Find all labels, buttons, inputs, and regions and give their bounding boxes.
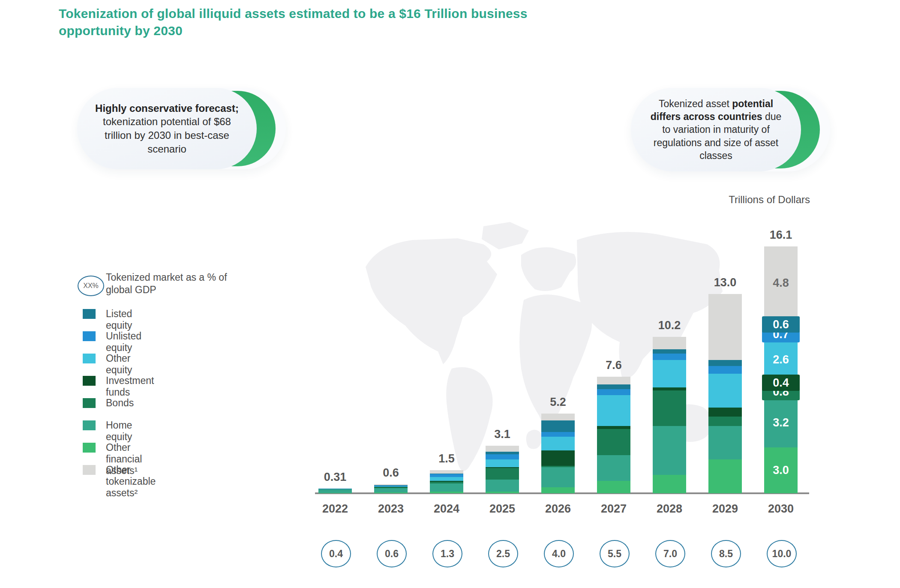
bar-segment-other-financial-assets	[430, 492, 463, 493]
x-axis-year-label: 2025	[472, 502, 532, 516]
legend-swatch-icon	[83, 465, 96, 475]
bar-segment-home-equity	[318, 490, 352, 493]
bar-segment-home-equity	[541, 467, 575, 487]
bar-segment-unlisted-equity	[653, 354, 686, 360]
callout-left-bold: Highly conservative forecast;	[95, 102, 239, 114]
bar-segment-other-equity	[430, 477, 463, 481]
bar-segment-other-equity	[597, 395, 630, 426]
bar-segment-other-tokenizable-assets	[708, 294, 742, 360]
bar-segment-listed-equity	[541, 420, 575, 432]
legend-swatch-icon	[83, 309, 96, 319]
stacked-bar-2027	[597, 377, 630, 493]
gdp-percent-oval: 0.4	[321, 540, 351, 567]
x-axis-year-label: 2024	[417, 502, 477, 516]
bar-total-label: 0.31	[305, 471, 365, 484]
bar-segment-home-equity	[374, 488, 408, 493]
bar-segment-other-equity	[653, 360, 686, 387]
bar-segment-other-tokenizable-assets: 4.8	[764, 246, 798, 320]
bar-segment-home-equity	[708, 426, 742, 460]
bar-total-label: 5.2	[528, 396, 588, 409]
bar-total-label: 3.1	[472, 428, 532, 441]
bar-segment-other-tokenizable-assets	[597, 377, 630, 384]
bar-segment-unlisted-equity	[597, 389, 630, 395]
bar-segment-investment-funds	[653, 387, 686, 390]
bar-segment-home-equity	[430, 483, 463, 492]
legend-gdp-marker-label: Tokenized market as a % of global GDP	[106, 271, 247, 296]
bar-segment-bonds	[486, 468, 519, 480]
bar-segment-other-financial-assets	[374, 492, 408, 493]
bar-segment-investment-funds	[597, 426, 630, 429]
legend-item-label: Other tokenizable assets²	[106, 464, 156, 499]
bar-segment-bonds	[708, 417, 742, 426]
x-axis-year-label: 2022	[305, 502, 365, 516]
bar-segment-listed-equity	[653, 349, 686, 354]
bar-segment-other-equity	[541, 437, 575, 450]
bar-segment-unlisted-equity	[708, 366, 742, 374]
bar-segment-listed-equity	[708, 360, 742, 366]
stacked-bar-2023	[374, 484, 408, 493]
bar-segment-other-financial-assets	[541, 487, 575, 493]
stacked-bar-2024	[430, 470, 463, 493]
page-title: Tokenization of global illiquid assets e…	[59, 5, 547, 39]
gdp-percent-oval: 4.0	[544, 540, 574, 567]
legend-item-label: Other equity	[106, 353, 132, 376]
legend-swatch-icon	[83, 354, 96, 363]
bar-segment-home-equity	[653, 426, 686, 475]
pill-body: Highly conservative forecast; tokenizati…	[77, 88, 257, 169]
bar-segment-bonds	[653, 390, 686, 426]
bar-total-label: 0.6	[361, 466, 421, 480]
axis-unit-label: Trillions of Dollars	[669, 194, 810, 206]
legend-item-label: Investment funds	[106, 375, 154, 398]
bar-segment-other-tokenizable-assets	[486, 446, 519, 452]
legend-swatch-icon	[83, 443, 96, 453]
gdp-percent-oval: 1.3	[432, 540, 462, 567]
callout-right-pill: Tokenized asset potential differs across…	[631, 88, 830, 171]
bar-segment-home-equity	[597, 455, 630, 481]
stacked-bar-2030: 3.03.20.80.42.60.70.64.8	[764, 246, 798, 493]
x-axis-year-label: 2023	[361, 502, 421, 516]
x-axis-year-label: 2026	[528, 502, 588, 516]
pill-body: Tokenized asset potential differs across…	[631, 88, 801, 171]
legend-item-label: Listed equity	[106, 308, 132, 331]
bar-segment-listed-equity	[597, 384, 630, 389]
gdp-percent-oval: 0.6	[377, 540, 407, 567]
gdp-percent-oval: 8.5	[711, 540, 741, 567]
legend-item-label: Home equity	[106, 420, 132, 443]
bar-segment-investment-funds	[541, 450, 575, 466]
x-axis-year-label: 2028	[639, 502, 699, 516]
bar-segment-bonds	[597, 429, 630, 455]
bar-total-label: 7.6	[584, 359, 644, 372]
bar-segment-unlisted-equity	[486, 454, 519, 460]
bar-segment-other-financial-assets: 3.0	[764, 447, 798, 493]
bar-total-label: 13.0	[695, 276, 755, 289]
bar-segment-investment-funds	[708, 408, 742, 417]
bar-segment-other-financial-assets	[708, 459, 742, 493]
bar-total-label: 1.5	[417, 452, 477, 465]
callout-left-pill: Highly conservative forecast; tokenizati…	[77, 88, 286, 169]
bar-segment-home-equity	[486, 480, 519, 492]
callout-right-text: Tokenized asset potential differs across…	[645, 97, 786, 162]
bar-segment-other-financial-assets	[653, 475, 686, 493]
bar-segment-other-tokenizable-assets	[430, 470, 463, 473]
gdp-percent-oval-icon: XX%	[78, 276, 104, 296]
bar-segment-other-tokenizable-assets	[653, 337, 686, 349]
bar-segment-home-equity: 3.2	[764, 398, 798, 447]
bar-segment-other-equity	[708, 374, 742, 408]
legend-swatch-icon	[83, 331, 96, 341]
bar-segment-unlisted-equity	[541, 432, 575, 437]
bar-total-label: 16.1	[751, 228, 811, 242]
gdp-percent-oval: 7.0	[655, 540, 685, 567]
bar-segment-value-chip: 0.4	[762, 375, 800, 391]
stacked-bar-2026	[541, 414, 575, 493]
callout-left-rest: tokenization potential of $68 trillion b…	[103, 116, 231, 154]
bar-total-label: 10.2	[639, 319, 699, 332]
x-axis-year-label: 2027	[584, 502, 644, 516]
gdp-percent-oval: 10.0	[767, 540, 797, 567]
gdp-percent-oval: 5.5	[600, 540, 630, 567]
legend-item-label: Unlisted equity	[106, 330, 141, 354]
stacked-bar-2022	[318, 489, 352, 493]
infographic-canvas: Tokenization of global illiquid assets e…	[0, 0, 900, 588]
legend-swatch-icon	[83, 420, 96, 430]
callout-right-pre: Tokenized asset	[659, 98, 732, 109]
legend-swatch-icon	[83, 398, 96, 408]
